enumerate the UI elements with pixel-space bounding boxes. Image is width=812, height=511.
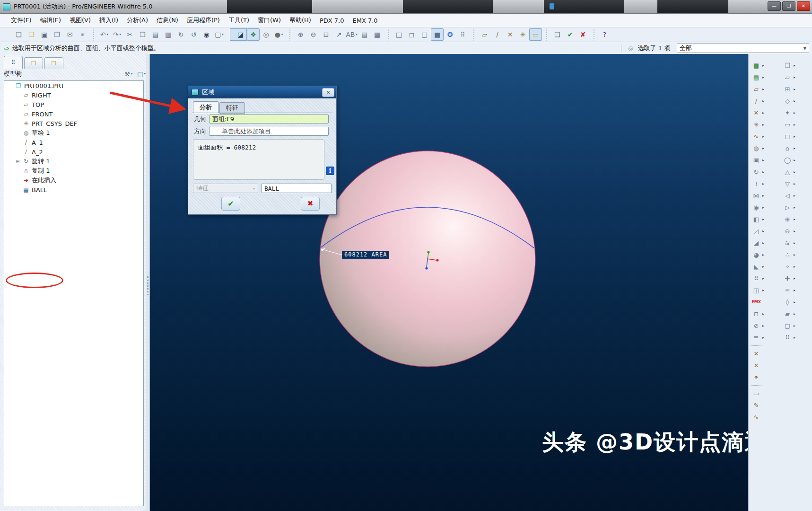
menu-item[interactable]: 分析(A) bbox=[122, 14, 152, 26]
flyout-arrow-icon[interactable]: ▸ bbox=[794, 241, 795, 245]
shaded-render-icon[interactable]: ● ▾ bbox=[272, 28, 285, 41]
tree-item[interactable]: ⊞ ↻ 旋转 1 bbox=[4, 157, 143, 166]
flyout-arrow-icon[interactable]: ▸ bbox=[794, 312, 795, 316]
folder-browser-tab[interactable]: ❐ bbox=[24, 57, 43, 69]
circle-tool-icon[interactable]: ◯ bbox=[783, 157, 792, 163]
spin-center-icon[interactable]: ◎ ▾ bbox=[260, 28, 272, 41]
shell-tool-icon[interactable]: ◧ bbox=[751, 216, 761, 222]
datum-plane-tool-icon[interactable]: ▱ bbox=[751, 86, 761, 92]
feature-type-dropdown[interactable]: 特征 ▾ bbox=[193, 184, 258, 193]
hole-tool-icon[interactable]: ◉ bbox=[751, 204, 761, 211]
flyout-arrow-icon[interactable]: ▸ bbox=[794, 170, 795, 174]
favorites-tab[interactable]: ❒ bbox=[44, 57, 63, 69]
new-file-icon[interactable]: ❏ ▾ bbox=[12, 28, 25, 41]
datum-point-tool-icon[interactable]: ✕ bbox=[751, 110, 761, 116]
save-file-icon[interactable]: ▣ ▾ bbox=[38, 28, 51, 41]
merge-tool-icon[interactable]: ⊓ bbox=[751, 311, 761, 317]
grid-cell-icon[interactable]: ⊞ bbox=[783, 86, 792, 92]
flyout-arrow-icon[interactable]: ▸ bbox=[794, 123, 795, 127]
minimize-button[interactable]: — bbox=[768, 1, 781, 11]
open-box-icon[interactable]: ▢ bbox=[783, 323, 792, 329]
flyout-arrow-icon[interactable]: ▸ bbox=[794, 182, 795, 186]
tree-settings-icon[interactable]: ⚒▾ bbox=[124, 70, 132, 78]
regenerate-icon[interactable]: ↻ ▾ bbox=[175, 28, 187, 41]
flyout-arrow-icon[interactable]: ▸ bbox=[762, 205, 764, 210]
flyout-arrow-icon[interactable]: ▸ bbox=[762, 288, 764, 292]
house-section-icon[interactable]: ⌂ bbox=[783, 145, 792, 151]
flyout-arrow-icon[interactable]: ▸ bbox=[762, 217, 764, 221]
display-style-icon[interactable]: ◪ ▾ bbox=[230, 28, 247, 41]
coordinate-system-tool-icon[interactable]: ✳ bbox=[751, 122, 761, 128]
activate-window-icon[interactable]: ✔ ▾ bbox=[564, 28, 576, 41]
tree-item[interactable]: ➔ 在此插入 bbox=[4, 176, 143, 185]
minus-circle-icon[interactable]: ⊖ bbox=[783, 228, 792, 234]
plane-section-icon[interactable]: ▭ bbox=[751, 390, 761, 396]
flyout-arrow-icon[interactable]: ▸ bbox=[794, 111, 795, 115]
flyout-arrow-icon[interactable]: ▸ bbox=[762, 276, 764, 281]
flyout-arrow-icon[interactable]: ▸ bbox=[762, 194, 764, 198]
flyout-arrow-icon[interactable]: ▸ bbox=[762, 87, 764, 91]
flyout-arrow-icon[interactable]: ▸ bbox=[762, 324, 764, 328]
dialog-close-button[interactable]: ✕ bbox=[322, 88, 334, 97]
menu-item[interactable]: 文件(F) bbox=[7, 14, 36, 26]
braille-grid-icon[interactable]: ⠿ bbox=[783, 335, 792, 341]
copy-icon[interactable]: ❐ ▾ bbox=[136, 28, 149, 41]
flyout-arrow-icon[interactable]: ▸ bbox=[762, 241, 764, 245]
menu-item[interactable]: 帮助(H) bbox=[285, 14, 315, 26]
open-file-icon[interactable]: ❒ ▾ bbox=[25, 28, 38, 41]
ok-button[interactable]: ✔ bbox=[221, 197, 240, 211]
close-button[interactable]: ✕ bbox=[797, 1, 810, 11]
diamond-tool-icon[interactable]: ◇ bbox=[783, 98, 792, 104]
filled-bar-icon[interactable]: ▰ bbox=[783, 311, 792, 317]
custom-regenerate-icon[interactable]: ↺ ▾ bbox=[187, 28, 200, 41]
flyout-arrow-icon[interactable]: ▸ bbox=[794, 324, 795, 328]
extrude-tool-icon[interactable]: ▣ bbox=[751, 157, 761, 163]
zoom-out-icon[interactable]: ⊖ ▾ bbox=[307, 28, 320, 41]
flyout-arrow-icon[interactable]: ▸ bbox=[794, 217, 795, 221]
datum-axis-tool-icon[interactable]: ∕ bbox=[751, 98, 761, 104]
arrow-left-icon[interactable]: ◁ bbox=[783, 193, 792, 199]
tab-analysis[interactable]: 分析 bbox=[193, 101, 218, 114]
trim-tool-icon[interactable]: ⊘ bbox=[751, 323, 761, 329]
flyout-arrow-icon[interactable]: ▸ bbox=[762, 146, 764, 150]
separate-window-icon[interactable]: ❏ ▾ bbox=[546, 28, 564, 41]
flyout-arrow-icon[interactable]: ▸ bbox=[762, 123, 764, 127]
flyout-arrow-icon[interactable]: ▸ bbox=[762, 111, 764, 115]
analysis-name-field[interactable]: BALL bbox=[262, 184, 332, 193]
datum-pin-icon[interactable]: ✪ ▾ bbox=[444, 28, 456, 41]
tree-item[interactable]: ▱ RIGHT bbox=[4, 90, 143, 100]
copy-surface-icon[interactable]: ❐ bbox=[783, 62, 792, 69]
tab-feature[interactable]: 特征 bbox=[219, 102, 245, 114]
menu-item[interactable]: PDX 7.0 bbox=[315, 15, 349, 26]
tree-show-icon[interactable]: ▤▾ bbox=[137, 70, 146, 78]
flyout-arrow-icon[interactable]: ▸ bbox=[762, 229, 764, 233]
flyout-arrow-icon[interactable]: ▸ bbox=[762, 170, 764, 174]
box-tool-icon[interactable]: ◻ bbox=[783, 133, 792, 140]
flyout-arrow-icon[interactable]: ▸ bbox=[762, 264, 764, 269]
flyout-arrow-icon[interactable]: ▸ bbox=[762, 182, 764, 186]
flyout-arrow-icon[interactable]: ▸ bbox=[794, 63, 795, 68]
menu-item[interactable]: 工具(T) bbox=[224, 14, 253, 26]
emx-icon[interactable]: EMX bbox=[751, 300, 761, 304]
points-quad-icon[interactable]: ⁘ bbox=[783, 264, 792, 270]
menu-item[interactable]: 应用程序(P) bbox=[183, 14, 224, 26]
axis-display-icon[interactable]: ∕ ▾ bbox=[491, 28, 504, 41]
csys-display-icon[interactable]: ✳ ▾ bbox=[516, 28, 529, 41]
cancel-button[interactable]: ✖ bbox=[301, 197, 320, 211]
no-hidden-icon[interactable]: ▢ ▾ bbox=[418, 28, 431, 41]
shaded-icon[interactable]: ■ ▾ bbox=[431, 28, 444, 41]
model-connections-icon[interactable]: ❖ ▾ bbox=[247, 28, 260, 41]
flyout-arrow-icon[interactable]: ▸ bbox=[794, 264, 795, 269]
flyout-arrow-icon[interactable]: ▸ bbox=[762, 134, 764, 139]
triangle-down-icon[interactable]: ▽ bbox=[783, 181, 792, 187]
menu-item[interactable]: EMX 7.0 bbox=[349, 15, 382, 26]
wave-line-icon[interactable]: ∿ bbox=[751, 414, 761, 420]
flyout-arrow-icon[interactable]: ▸ bbox=[794, 335, 795, 340]
dialog-title-bar[interactable]: 区域 bbox=[188, 86, 336, 98]
tree-columns-icon[interactable]: ⠿ ▾ bbox=[456, 28, 469, 41]
flyout-arrow-icon[interactable]: ▸ bbox=[762, 99, 764, 103]
rib-tool-icon[interactable]: ◿ bbox=[751, 228, 761, 234]
flyout-arrow-icon[interactable]: ▸ bbox=[762, 75, 764, 79]
mirror-tool-icon[interactable]: ◫ bbox=[751, 287, 761, 293]
named-views-icon[interactable]: AB ▾ bbox=[345, 28, 358, 41]
